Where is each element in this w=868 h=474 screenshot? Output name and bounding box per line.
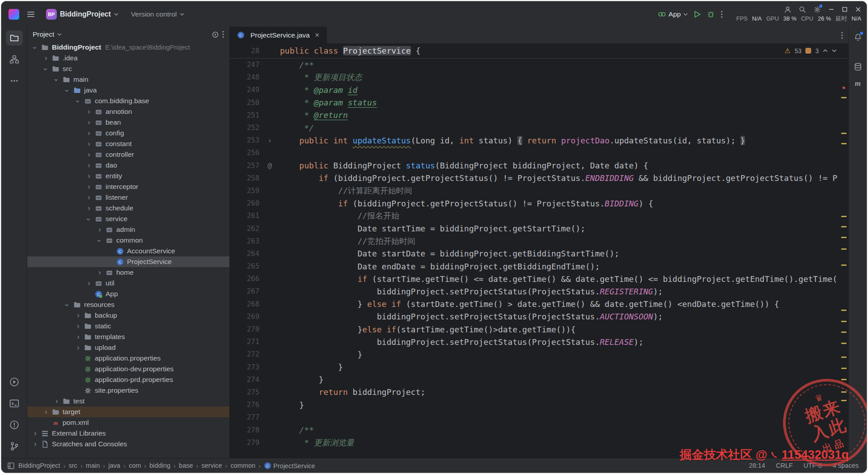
tree-chevron-icon[interactable]: › bbox=[52, 397, 61, 405]
line-number[interactable]: 275 bbox=[230, 388, 259, 396]
tree-chevron-icon[interactable]: › bbox=[85, 279, 93, 287]
code-line-271[interactable]: 271 biddingProject.setProjectStatus(Proj… bbox=[230, 336, 848, 348]
tree-item-pom-xml[interactable]: mpom.xml bbox=[27, 417, 229, 428]
code-line-247[interactable]: 247 /** bbox=[230, 59, 848, 71]
tree-chevron-icon[interactable]: › bbox=[42, 65, 50, 74]
tree-item-admin[interactable]: ›admin bbox=[27, 224, 229, 235]
code-line-263[interactable]: 263 //竞拍开始时间 bbox=[230, 235, 848, 247]
services-tool-button[interactable] bbox=[6, 374, 23, 390]
code-line-262[interactable]: 262 Date startTime = biddingProject.getS… bbox=[230, 222, 848, 235]
tree-item-templates[interactable]: ›templates bbox=[27, 331, 229, 342]
tree-chevron-icon[interactable]: › bbox=[74, 322, 83, 330]
tree-chevron-icon[interactable]: › bbox=[85, 151, 93, 159]
breadcrumb-com[interactable]: com bbox=[129, 462, 141, 469]
line-number[interactable]: 253 bbox=[230, 136, 259, 144]
tree-item-schedule[interactable]: ›schedule bbox=[27, 203, 229, 214]
line-number[interactable]: 256 bbox=[230, 149, 259, 157]
fold-collapsed-icon[interactable]: › bbox=[259, 136, 280, 145]
tree-chevron-icon[interactable]: › bbox=[95, 226, 104, 234]
line-number[interactable]: 269 bbox=[230, 313, 259, 321]
code-line-265[interactable]: 265 Date endDate = biddingProject.getBid… bbox=[230, 260, 848, 273]
code-line-250[interactable]: 250 * @param status bbox=[230, 96, 848, 109]
next-problem-icon[interactable] bbox=[832, 49, 837, 52]
tree-item-constant[interactable]: ›constant bbox=[27, 138, 229, 149]
line-number[interactable]: 250 bbox=[230, 99, 259, 107]
tree-item-projectservice[interactable]: CProjectService bbox=[27, 256, 229, 267]
line-number[interactable]: 257 bbox=[230, 162, 259, 170]
project-widget[interactable]: BP BiddingProject bbox=[42, 7, 122, 22]
vcs-widget[interactable]: Version control bbox=[127, 8, 188, 21]
line-number[interactable]: 251 bbox=[230, 111, 259, 119]
breadcrumb-common[interactable]: common bbox=[230, 462, 255, 469]
tree-item-main[interactable]: ›main bbox=[27, 74, 229, 85]
search-icon[interactable] bbox=[799, 6, 806, 13]
code-line-258[interactable]: 258 if (biddingProject.getProjectStatus(… bbox=[230, 172, 848, 185]
tree-item-common[interactable]: ›common bbox=[27, 235, 229, 246]
line-number[interactable]: 261 bbox=[230, 212, 259, 220]
code-line-248[interactable]: 248 * 更新项目状态 bbox=[230, 71, 848, 84]
line-number[interactable]: 277 bbox=[230, 413, 259, 421]
tree-item-test[interactable]: ›test bbox=[27, 396, 229, 407]
code-line-251[interactable]: 251 * @return bbox=[230, 109, 848, 122]
line-number[interactable]: 268 bbox=[230, 300, 259, 308]
line-number[interactable]: 267 bbox=[230, 287, 259, 295]
structure-tool-button[interactable] bbox=[6, 52, 23, 67]
tree-chevron-icon[interactable]: › bbox=[85, 204, 93, 212]
breadcrumb-biddingproject[interactable]: BiddingProject bbox=[18, 462, 60, 469]
tree-chevron-icon[interactable]: › bbox=[74, 344, 83, 352]
code-line-28[interactable]: 28public class ProjectService { bbox=[230, 44, 420, 57]
breadcrumb-projectservice[interactable]: CProjectService bbox=[264, 462, 315, 470]
tree-item-entity[interactable]: ›entity bbox=[27, 171, 229, 181]
panel-options-icon[interactable] bbox=[222, 31, 224, 38]
code-line-274[interactable]: 274 } bbox=[230, 373, 848, 386]
close-button[interactable] bbox=[855, 6, 861, 13]
code-line-259[interactable]: 259 //计算距离开始时间 bbox=[230, 185, 848, 197]
code-line-272[interactable]: 272 } bbox=[230, 348, 848, 361]
maven-tool-button[interactable]: m bbox=[851, 77, 864, 90]
code-line-268[interactable]: 268 } else if (startDate.getTime() > dat… bbox=[230, 298, 848, 310]
code-line-276[interactable]: 276 } bbox=[230, 398, 848, 411]
code-line-264[interactable]: 264 Date startDate = biddingProject.getB… bbox=[230, 247, 848, 260]
line-number[interactable]: 265 bbox=[230, 262, 259, 270]
tree-chevron-icon[interactable]: › bbox=[63, 301, 71, 310]
code-line-273[interactable]: 273 } bbox=[230, 361, 848, 373]
tree-item-src[interactable]: ›src bbox=[27, 63, 229, 74]
tree-item-backup[interactable]: ›backup bbox=[27, 310, 229, 321]
line-number[interactable]: 249 bbox=[230, 86, 259, 94]
line-number[interactable]: 274 bbox=[230, 376, 259, 384]
tree-chevron-icon[interactable]: › bbox=[85, 193, 93, 201]
line-number[interactable]: 271 bbox=[230, 338, 259, 346]
tree-item-controller[interactable]: ›controller bbox=[27, 149, 229, 160]
tree-chevron-icon[interactable]: › bbox=[85, 172, 93, 180]
line-number[interactable]: 278 bbox=[230, 426, 259, 434]
version-control-tool-button[interactable] bbox=[6, 439, 23, 454]
project-panel-title[interactable]: Project bbox=[33, 30, 54, 38]
line-number[interactable]: 266 bbox=[230, 275, 259, 283]
code-line-252[interactable]: 252 */ bbox=[230, 122, 848, 134]
main-menu-icon[interactable] bbox=[25, 9, 37, 20]
code-line-270[interactable]: 270 }else if(startTime.getTime()>date.ge… bbox=[230, 323, 848, 336]
tree-item-static[interactable]: ›static bbox=[27, 321, 229, 331]
more-tool-windows-button[interactable] bbox=[6, 73, 23, 88]
breadcrumb-main[interactable]: main bbox=[86, 462, 100, 469]
code-line-253[interactable]: 253› public int updateStatus(Long id, in… bbox=[230, 134, 848, 147]
tree-item-service[interactable]: ›service bbox=[27, 214, 229, 224]
breadcrumb-base[interactable]: base bbox=[179, 462, 193, 469]
search-everywhere-user-icon[interactable] bbox=[784, 6, 792, 13]
breadcrumb-src[interactable]: src bbox=[69, 462, 77, 469]
line-number[interactable]: 252 bbox=[230, 124, 259, 132]
project-tool-button[interactable] bbox=[6, 30, 23, 46]
line-number[interactable]: 263 bbox=[230, 237, 259, 245]
line-number[interactable]: 276 bbox=[230, 401, 259, 409]
database-tool-button[interactable] bbox=[851, 60, 864, 73]
minimize-button[interactable] bbox=[828, 6, 834, 13]
line-number[interactable]: 259 bbox=[230, 187, 259, 195]
line-number[interactable]: 247 bbox=[230, 61, 259, 69]
code-line-275[interactable]: 275 return biddingProject; bbox=[230, 386, 848, 398]
tree-item-application-prd-properties[interactable]: application-prd.properties bbox=[27, 374, 229, 385]
tab-projectservice-java[interactable]: C ProjectService.java ✕ bbox=[230, 27, 327, 43]
tree-item-interceptor[interactable]: ›interceptor bbox=[27, 181, 229, 192]
code-line-269[interactable]: 269 biddingProject.setProjectStatus(Proj… bbox=[230, 310, 848, 323]
tab-close-icon[interactable]: ✕ bbox=[315, 32, 320, 38]
tree-item-annotion[interactable]: ›annotion bbox=[27, 106, 229, 117]
